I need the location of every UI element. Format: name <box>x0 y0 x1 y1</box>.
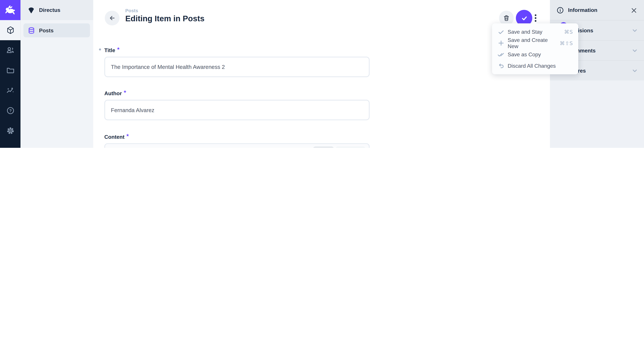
directus-logo[interactable] <box>0 0 20 20</box>
page-title: Editing Item in Posts <box>125 14 204 23</box>
nav-item-posts[interactable]: Posts <box>24 23 90 37</box>
shortcut-hint: ⌘⇧S <box>560 40 573 46</box>
module-content[interactable] <box>0 20 20 40</box>
title-value: The Importance of Mental Health Awarenes… <box>111 64 225 70</box>
module-users[interactable] <box>0 40 20 60</box>
editor-tabs: Edit Preview <box>313 146 366 148</box>
link-icon[interactable] <box>210 146 222 148</box>
users-icon <box>6 46 14 54</box>
bold-icon[interactable]: B <box>123 146 136 148</box>
undo-icon <box>498 62 504 69</box>
kebab-dot <box>535 20 536 22</box>
blockquote-icon[interactable]: 99 <box>185 146 197 148</box>
gear-icon <box>6 126 14 135</box>
close-icon <box>630 7 637 13</box>
editor-toolbar: TT B I 1 <box>105 144 369 148</box>
tab-edit[interactable]: Edit <box>313 146 334 148</box>
save-options-menu: Save and Stay ⌘S Save and Create New ⌘⇧S… <box>492 23 578 74</box>
menu-item-save-and-stay[interactable]: Save and Stay ⌘S <box>492 26 578 37</box>
cube-icon <box>6 26 14 34</box>
database-icon <box>28 27 35 34</box>
sidebar-close-button[interactable] <box>630 6 638 14</box>
arrow-left-icon <box>108 14 116 22</box>
menu-item-discard-all-changes[interactable]: Discard All Changes <box>492 60 578 71</box>
sidebar-header: Information <box>550 0 644 20</box>
author-label: Author★ <box>104 90 126 96</box>
menu-item-save-and-create-new[interactable]: Save and Create New ⌘⇧S <box>492 37 578 49</box>
project-status-icon <box>28 6 35 14</box>
required-star-icon: ★ <box>124 90 126 93</box>
info-icon <box>556 6 564 14</box>
author-input[interactable]: Fernanda Alvarez <box>104 100 370 120</box>
module-settings[interactable] <box>0 121 20 141</box>
chevron-down-icon <box>632 27 638 34</box>
code-icon[interactable]: <> <box>197 146 210 148</box>
content-editor: TT B I 1 <box>104 143 370 148</box>
module-help[interactable]: ? <box>0 100 20 121</box>
trash-icon <box>503 14 510 22</box>
double-check-icon <box>498 51 504 58</box>
module-files[interactable] <box>0 60 20 80</box>
content-label: Content★ <box>104 133 129 140</box>
menu-item-save-as-copy[interactable]: Save as Copy <box>492 49 578 60</box>
numbered-list-icon[interactable]: 1 2 3 <box>172 146 185 148</box>
breadcrumb: Posts <box>125 8 138 13</box>
main-content: Posts Editing Item in Posts Title★ The I… <box>93 0 550 148</box>
project-header[interactable]: Directus <box>20 0 93 20</box>
kebab-dot <box>535 14 536 16</box>
title-label: Title★ <box>104 47 120 53</box>
bulleted-list-icon[interactable] <box>160 146 172 148</box>
tab-preview[interactable]: Preview <box>336 146 366 148</box>
heading-icon[interactable]: TT <box>111 146 123 148</box>
svg-text:?: ? <box>9 108 12 113</box>
title-input[interactable]: The Importance of Mental Health Awarenes… <box>104 57 370 77</box>
folder-icon <box>6 66 14 75</box>
shortcut-hint: ⌘S <box>564 29 573 35</box>
navigation-sidebar: Directus Posts <box>20 0 93 148</box>
author-value: Fernanda Alvarez <box>111 107 154 113</box>
rabbit-logo-icon <box>4 4 16 16</box>
title-edited-indicator <box>99 48 101 50</box>
required-star-icon: ★ <box>126 133 129 137</box>
nav-item-label: Posts <box>39 27 54 33</box>
check-icon <box>498 28 504 35</box>
chevron-down-icon <box>632 68 638 74</box>
module-insights[interactable] <box>0 80 20 100</box>
table-icon[interactable] <box>222 146 234 148</box>
help-icon: ? <box>6 106 14 115</box>
module-bar: ? <box>0 0 20 148</box>
kebab-dot <box>535 17 536 19</box>
italic-icon[interactable]: I <box>136 146 148 148</box>
sidebar-title: Information <box>568 7 598 13</box>
plus-icon <box>498 40 504 47</box>
insights-icon <box>6 86 14 95</box>
project-name: Directus <box>39 7 60 13</box>
image-icon[interactable] <box>234 146 246 148</box>
required-star-icon: ★ <box>117 47 120 50</box>
check-icon <box>520 14 528 22</box>
strikethrough-icon[interactable] <box>148 146 160 148</box>
back-button[interactable] <box>105 11 120 25</box>
chevron-down-icon <box>632 48 638 54</box>
directus-app: ? <box>0 0 644 148</box>
